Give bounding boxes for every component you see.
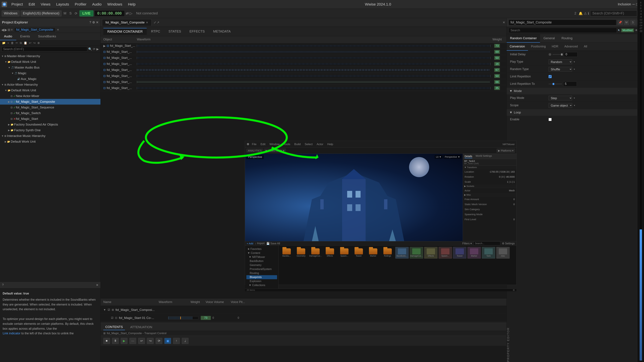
refresh-icon[interactable]: ⟳ [93,47,96,51]
ue-tools-menu[interactable]: Tools [282,143,292,146]
property-search-input[interactable] [509,28,617,33]
table-row[interactable]: ⊡fol_Magic_Start_... 66 [100,79,506,85]
ue-asset-2[interactable]: DamageCar... [410,247,423,259]
active-transport-btn[interactable]: ▣ [164,338,171,344]
notification-icon[interactable]: 🔔 [578,11,583,15]
menu-views[interactable]: Views [38,1,53,7]
menu-help[interactable]: Help [125,1,138,7]
ue-save-all-btn[interactable]: 💾 Save All [266,242,280,245]
ue-settings-btn[interactable]: ⚙ Settings [502,242,515,245]
close-center-icon[interactable]: ✕ [502,21,505,24]
tree-item-new-actor-mixer[interactable]: ▶ ⊡ ✓ New Actor-Mixer [0,93,100,99]
new-item-icon[interactable]: + [7,41,10,45]
table-row[interactable]: ⊡fol_Magic_Start_... 69 [100,49,506,55]
bc-row-container[interactable]: ▼ ☑ ⊞ fol_Magic_Start_Composi... [100,306,506,314]
menu-project[interactable]: Project [9,1,26,7]
table-row[interactable]: ▶⊡fol_Magic_Start_... 73 [100,43,506,49]
menu-profiler[interactable]: Profiler [72,1,89,7]
pause-btn[interactable]: ⏸ [112,338,119,344]
ue-tree-blueprints[interactable]: Blueprints [246,275,277,279]
playback-mode-btn[interactable]: ↑ [173,338,180,344]
ue-tree-procedural[interactable]: ProceduralSystem [246,267,277,271]
ue-details-tab[interactable]: Details [464,154,472,158]
initial-delay-slider[interactable] [552,54,563,55]
loop-enable-checkbox[interactable] [548,118,552,121]
language-selector[interactable]: English(US) (Reference) [21,10,62,16]
tab-attenuation[interactable]: ATTENUATION [128,324,154,330]
limit-rep-slider[interactable] [548,84,562,84]
exclude-icon[interactable]: ⊗ [37,41,40,45]
info-icon[interactable]: ℹ [588,11,589,15]
copy-icon[interactable]: ⧉ [19,41,22,45]
play-type-select[interactable]: Random Sequence [548,59,572,64]
tree-item-fol-magic-start-composite[interactable]: ▶ ⊡ ✓ fol_Magic_Start_Composite [0,99,100,105]
ue-build-menu[interactable]: Build [293,143,302,146]
nav-list-icon[interactable]: ≡ [11,28,13,31]
ue-asset-1[interactable]: BackButto... [395,247,409,259]
close-panel-icon[interactable]: ✕ [96,21,98,24]
open-editor-icon[interactable]: M [624,20,629,25]
tab-contents[interactable]: CONTENTS [103,324,125,330]
alert-icon[interactable]: ⚠ [584,11,587,15]
ue-tree-nrtmover[interactable]: ▼ NRTMover [246,255,277,259]
ue-tree-backbutton[interactable]: BackButton [246,259,277,263]
tree-item-master-mixer[interactable]: ▼ ⊞ Master-Mixer Hierarchy [0,53,100,59]
mode-section-header[interactable]: ▼ Mode [507,88,644,94]
live-button[interactable]: LIVE [80,10,94,16]
play-btn[interactable]: ▶ [121,338,128,344]
menu-layouts[interactable]: Layouts [54,1,72,7]
undo-icon[interactable]: ↩ [28,41,32,45]
ue-tree-routing[interactable]: Routing [246,271,277,275]
nav-back-icon[interactable]: ◀ [1,28,4,32]
settings-transport-btn[interactable]: ⋯ [130,338,136,344]
tab-all[interactable]: All [581,43,590,51]
tab-routing[interactable]: Routing [558,34,576,42]
rc-tab-rtpc[interactable]: RTPC [147,28,164,35]
tree-item-interactive-music[interactable]: ▼ ⊞ Interactive Music Hierarchy [0,133,100,139]
play-mode-select[interactable]: Step Continuous [548,96,572,100]
row-expand-arrow[interactable]: ▼ [103,308,106,311]
ue-folder-4[interactable]: Effects [323,247,336,259]
object-name-input[interactable] [509,19,616,25]
explorer-search-input[interactable] [2,47,87,51]
rc-tab-states[interactable]: STATES [164,28,185,35]
ue-asset-8[interactable]: misc [496,247,510,259]
ue-select-mode-btn[interactable]: ▶ Select Mode ▾ [264,149,286,153]
close-help-icon[interactable]: ✕ [96,283,98,287]
bc-row-item[interactable]: ▶ ☑ ⊡ fol_Magic_Start 01 Co-... 73 0 0 [100,314,506,322]
metronome-btn[interactable]: ♩ [182,338,188,344]
loop-section-header[interactable]: ▼ Loop [507,109,644,116]
loop-transport-btn[interactable]: ⟳ [156,338,162,344]
popout-icon[interactable]: ↗ [157,21,159,24]
ue-folder-7[interactable]: Marker [366,247,380,259]
menu-audio[interactable]: Audio [90,1,104,7]
ue-section-socket[interactable]: ▶ Sockets [463,184,516,188]
ue-folder-2[interactable]: Geometry [294,247,308,259]
tab-random-container[interactable]: Random Container [507,34,540,42]
limit-repetition-checkbox[interactable] [548,75,552,78]
ue-import-btn[interactable]: ↓ Import [255,242,265,245]
transport-send-icon[interactable]: ▷ [130,11,132,15]
undo-transport-btn[interactable]: ↪ [147,338,154,344]
tab-advanced[interactable]: Advanced [561,43,581,51]
expand-icon[interactable]: ▶ [96,47,99,51]
initial-delay-link-icon[interactable]: · [548,53,551,56]
ue-folder-1[interactable]: Backbu... [280,247,293,259]
ue-select-menu[interactable]: Select [304,143,314,146]
ue-asset-5[interactable]: Teaser [453,247,466,259]
ue-asset-7[interactable]: Tank [482,247,495,259]
table-row[interactable]: ⊡fol_Magic_Start_... 50 [100,73,506,79]
ue-folder-6[interactable]: Teaser [352,247,366,259]
ue-section-transform[interactable]: ▼ Transform [463,166,516,169]
tab-soundbanks[interactable]: SoundBanks [34,33,60,40]
tab-general[interactable]: General [540,34,558,42]
ue-folder-8[interactable]: Rollings [381,247,394,259]
ue-analytics-btn[interactable]: ANALYTICS [246,149,263,152]
ue-viewport[interactable]: Perspective Lit ▼ Perspective ▼ [245,154,463,241]
help-link[interactable]: Link indicator [3,332,20,335]
workspace-selector[interactable]: Windows [2,10,20,16]
tree-item-factory-air[interactable]: ▶ 📁 Factory Soundseed Air Objects [0,122,100,127]
tree-item-magic[interactable]: ▼ 🎵 Magic [0,70,100,76]
minimize-btn[interactable]: ─ [632,2,635,6]
menu-edit[interactable]: Edit [26,1,38,7]
